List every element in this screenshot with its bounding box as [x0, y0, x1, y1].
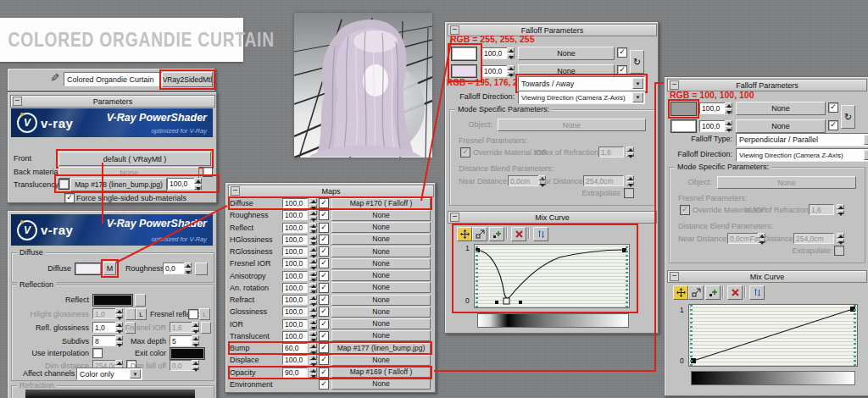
map-enable-checkbox[interactable] — [319, 343, 329, 353]
map-enable-checkbox[interactable] — [319, 295, 329, 305]
far-distance-field[interactable]: 254,0cm — [583, 175, 624, 186]
falloff-side-spinner[interactable] — [507, 65, 515, 76]
hilight-lock-button[interactable]: L — [136, 308, 147, 320]
falloff-side-color-swatch[interactable] — [670, 119, 697, 133]
mix-curve-header[interactable]: Mix Curve — [667, 270, 867, 283]
map-amount-spinner[interactable] — [309, 368, 317, 378]
material-type-button[interactable]: VRay2SidedMtl — [162, 72, 213, 87]
map-enable-checkbox[interactable] — [319, 271, 329, 281]
mix-curve-plot[interactable] — [688, 304, 858, 367]
override-ior-checkbox[interactable] — [460, 147, 470, 158]
collapse-icon[interactable] — [670, 272, 679, 281]
collapse-icon[interactable] — [670, 80, 679, 90]
falloff-side-checkbox[interactable] — [617, 65, 627, 75]
mix-curve-plot[interactable] — [474, 244, 630, 308]
fresnel-reflections-checkbox[interactable] — [188, 309, 198, 319]
collapse-icon[interactable] — [231, 186, 240, 196]
move-point-button[interactable] — [673, 285, 688, 300]
map-amount-spinner[interactable] — [309, 307, 317, 317]
falloff-front-color-swatch[interactable] — [670, 102, 697, 116]
map-enable-checkbox[interactable] — [319, 355, 329, 365]
falloff-front-amount-field[interactable]: 100,0 — [699, 102, 728, 114]
move-point-button[interactable] — [457, 227, 472, 241]
delete-point-button[interactable] — [727, 285, 743, 300]
map-amount-field[interactable]: 100,0 — [282, 307, 308, 317]
force-single-sided-checkbox[interactable] — [64, 193, 75, 203]
map-enable-checkbox[interactable] — [319, 307, 329, 317]
add-point-button[interactable] — [705, 285, 721, 300]
map-slot-button[interactable]: None — [331, 246, 431, 257]
far-distance-spinner[interactable] — [626, 175, 634, 185]
falloff-direction-dropdown[interactable]: Viewing Direction (Camera Z-Axis) — [736, 148, 868, 162]
back-material-checkbox[interactable] — [203, 167, 213, 177]
extrapolate-checkbox[interactable] — [834, 246, 844, 256]
map-enable-checkbox[interactable] — [319, 246, 329, 257]
fresnel-lock-button[interactable]: L — [199, 308, 210, 320]
maps-rollout-header[interactable]: Maps — [228, 185, 434, 197]
falloff-type-dropdown[interactable]: Perpendicular / Parallel — [736, 133, 868, 146]
front-material-button[interactable]: default ( VRayMtl ) — [58, 152, 211, 166]
swap-colors-button[interactable]: ↻ — [841, 105, 855, 129]
near-distance-field[interactable]: 0,0cm — [508, 175, 542, 186]
falloff-front-checkbox[interactable] — [828, 102, 838, 113]
eyedropper-icon[interactable]: ✎ — [48, 73, 61, 82]
map-amount-spinner[interactable] — [309, 319, 317, 329]
map-amount-field[interactable]: 100,0 — [282, 258, 308, 268]
scale-point-button[interactable] — [688, 285, 704, 300]
fresnel-ior-spinner[interactable] — [192, 322, 199, 332]
map-slot-button[interactable]: None — [331, 379, 431, 390]
map-slot-button[interactable]: None — [331, 282, 431, 293]
falloff-front-amount-field[interactable]: 100,0 — [481, 47, 510, 59]
reflect-map-shortcut-button[interactable] — [135, 294, 146, 307]
index-of-refraction-field[interactable]: 1,6 — [598, 146, 624, 158]
add-point-button[interactable] — [489, 227, 504, 241]
collapse-icon[interactable] — [450, 213, 459, 222]
map-amount-spinner[interactable] — [309, 343, 317, 353]
map-enable-checkbox[interactable] — [319, 379, 329, 390]
dim-falloff-spinner[interactable] — [192, 360, 199, 370]
map-enable-checkbox[interactable] — [319, 223, 329, 233]
map-slot-button[interactable]: None — [331, 270, 431, 281]
falloff-side-checkbox[interactable] — [828, 120, 838, 130]
map-slot-button[interactable]: None — [331, 295, 431, 306]
falloff-front-spinner[interactable] — [507, 47, 515, 58]
roughness-spinner[interactable] — [184, 263, 192, 274]
extrapolate-checkbox[interactable] — [624, 188, 634, 198]
map-amount-field[interactable]: 100,0 — [282, 319, 308, 329]
diffuse-map-button[interactable]: M — [103, 262, 116, 275]
translucency-color-swatch[interactable] — [58, 179, 70, 190]
map-amount-field[interactable]: 100,0 — [282, 223, 308, 233]
map-amount-field[interactable]: 100,0 — [282, 271, 308, 281]
hilight-map-shortcut-button[interactable] — [125, 308, 136, 320]
map-slot-button[interactable]: None — [331, 318, 431, 329]
map-amount-spinner[interactable] — [309, 355, 317, 365]
map-enable-checkbox[interactable] — [319, 258, 329, 268]
map-amount-field[interactable]: 100,0 — [282, 235, 308, 245]
map-amount-field[interactable]: 100,0 — [282, 355, 308, 365]
falloff-front-map-button[interactable]: None — [518, 47, 615, 60]
mix-curve-header[interactable]: Mix Curve — [448, 211, 657, 224]
map-amount-spinner[interactable] — [309, 331, 317, 341]
falloff-direction-dropdown[interactable]: Viewing Direction (Camera Z-Axis) — [518, 91, 645, 104]
ior-spinner[interactable] — [837, 204, 844, 214]
map-amount-spinner[interactable] — [309, 198, 317, 208]
diffuse-color-swatch[interactable] — [75, 263, 102, 275]
material-name-dropdown[interactable]: Colored Organdie Curtain — [64, 72, 174, 86]
map-slot-button[interactable]: Map #169 ( Falloff ) — [331, 367, 431, 378]
max-depth-spinner[interactable] — [192, 335, 199, 345]
map-amount-spinner[interactable] — [309, 283, 317, 293]
swap-colors-button[interactable]: ↻ — [630, 50, 644, 74]
map-slot-button[interactable]: None — [331, 234, 431, 245]
object-button[interactable]: None — [498, 119, 646, 131]
falloff-front-map-button[interactable]: None — [736, 102, 826, 115]
map-enable-checkbox[interactable] — [319, 283, 329, 293]
translucency-map-button[interactable]: Map #178 (linen_bump.jpg) — [70, 178, 167, 191]
map-amount-field[interactable]: 100,0 — [282, 198, 308, 208]
map-slot-button[interactable]: None — [331, 258, 431, 269]
slide-point-button[interactable] — [533, 227, 548, 241]
translucency-amount-field[interactable]: 100,0 — [167, 178, 198, 190]
map-slot-button[interactable]: Map #177 (linen_bump.jpg) — [331, 343, 431, 354]
falloff-side-amount-field[interactable]: 100,0 — [699, 120, 728, 132]
map-slot-button[interactable]: None — [331, 330, 431, 341]
falloff-front-checkbox[interactable] — [617, 47, 627, 58]
